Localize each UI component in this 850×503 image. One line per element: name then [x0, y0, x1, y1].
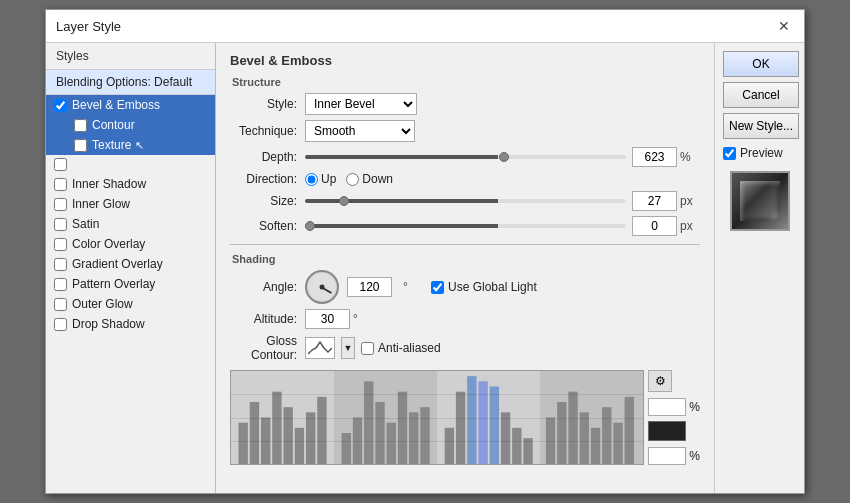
sidebar-item-outer-glow[interactable]: Outer Glow	[46, 294, 215, 314]
sidebar-item-pattern-overlay[interactable]: Pattern Overlay	[46, 274, 215, 294]
color-overlay-checkbox[interactable]	[54, 238, 67, 251]
angle-unit: °	[403, 280, 423, 294]
bevel-emboss-checkbox[interactable]	[54, 99, 67, 112]
buttons-panel: OK Cancel New Style... Preview	[714, 43, 804, 493]
soften-input[interactable]	[632, 216, 677, 236]
sidebar-item-inner-shadow[interactable]: Inner Shadow	[46, 174, 215, 194]
styles-label: Styles	[46, 43, 215, 70]
preview-checkbox[interactable]	[723, 147, 736, 160]
angle-row: Angle: ° Use Global Light	[230, 270, 700, 304]
depth-slider-container: %	[305, 147, 700, 167]
gloss-contour-row: Gloss Contour: ▼ Anti-aliased	[230, 334, 700, 362]
pct1-row: %	[648, 398, 700, 416]
satin-checkbox[interactable]	[54, 218, 67, 231]
gradient-overlay-checkbox[interactable]	[54, 258, 67, 271]
main-content: Bevel & Emboss Structure Style: Inner Be…	[216, 43, 714, 493]
pct1-input[interactable]	[648, 398, 686, 416]
sidebar-item-texture[interactable]: Texture ↖	[46, 135, 215, 155]
grid-line-2	[231, 418, 643, 419]
gear-button[interactable]: ⚙	[648, 370, 672, 392]
chart-right-controls: ⚙ % %	[648, 370, 700, 465]
empty-checkbox[interactable]	[54, 158, 67, 171]
color-swatch[interactable]	[648, 421, 686, 441]
size-input[interactable]	[632, 191, 677, 211]
angle-input[interactable]	[347, 277, 392, 297]
angle-dial[interactable]	[305, 270, 339, 304]
global-light-checkbox[interactable]	[431, 281, 444, 294]
soften-label: Soften:	[230, 219, 305, 233]
drop-shadow-label: Drop Shadow	[72, 317, 145, 331]
contour-preview[interactable]	[305, 337, 335, 359]
style-label: Style:	[230, 97, 305, 111]
sidebar-item-empty[interactable]	[46, 155, 215, 174]
pattern-overlay-checkbox[interactable]	[54, 278, 67, 291]
direction-down-text: Down	[362, 172, 393, 186]
chart-canvas	[230, 370, 644, 465]
direction-down-label[interactable]: Down	[346, 172, 393, 186]
size-unit: px	[680, 194, 700, 208]
inner-shadow-checkbox[interactable]	[54, 178, 67, 191]
angle-label: Angle:	[230, 280, 305, 294]
direction-row: Direction: Up Down	[230, 172, 700, 186]
size-slider-container: px	[305, 191, 700, 211]
direction-radio-group: Up Down	[305, 172, 393, 186]
cancel-button[interactable]: Cancel	[723, 82, 799, 108]
direction-up-label[interactable]: Up	[305, 172, 336, 186]
inner-glow-checkbox[interactable]	[54, 198, 67, 211]
shading-label: Shading	[230, 253, 700, 265]
sidebar-item-bevel-emboss[interactable]: Bevel & Emboss	[46, 95, 215, 115]
soften-slider[interactable]	[305, 224, 626, 228]
chart-area: ⚙ % %	[230, 370, 700, 465]
gloss-contour-label: Gloss Contour:	[230, 334, 305, 362]
new-style-button[interactable]: New Style...	[723, 113, 799, 139]
sidebar-item-satin[interactable]: Satin	[46, 214, 215, 234]
depth-input[interactable]	[632, 147, 677, 167]
sidebar-item-inner-glow[interactable]: Inner Glow	[46, 194, 215, 214]
anti-aliased-text: Anti-aliased	[378, 341, 441, 355]
gloss-contour-area: ▼ Anti-aliased	[305, 337, 441, 359]
size-slider[interactable]	[305, 199, 626, 203]
drop-shadow-checkbox[interactable]	[54, 318, 67, 331]
contour-checkbox[interactable]	[74, 119, 87, 132]
contour-preview-svg	[308, 340, 332, 356]
anti-aliased-checkbox[interactable]	[361, 342, 374, 355]
size-row: Size: px	[230, 191, 700, 211]
sidebar-item-color-overlay[interactable]: Color Overlay	[46, 234, 215, 254]
contour-label: Contour	[92, 118, 135, 132]
color-overlay-label: Color Overlay	[72, 237, 145, 251]
close-button[interactable]: ✕	[774, 16, 794, 36]
depth-slider[interactable]	[305, 155, 626, 159]
blend-options-item[interactable]: Blending Options: Default	[46, 70, 215, 95]
contour-arrow-button[interactable]: ▼	[341, 337, 355, 359]
preview-thumbnail	[730, 171, 790, 231]
pct1-unit: %	[689, 400, 700, 414]
pattern-overlay-label: Pattern Overlay	[72, 277, 155, 291]
anti-aliased-label[interactable]: Anti-aliased	[361, 341, 441, 355]
depth-unit: %	[680, 150, 700, 164]
pct2-unit: %	[689, 449, 700, 463]
direction-down-radio[interactable]	[346, 173, 359, 186]
depth-row: Depth: %	[230, 147, 700, 167]
texture-label: Texture	[92, 138, 131, 152]
altitude-input[interactable]	[305, 309, 350, 329]
dialog-body: Styles Blending Options: Default Bevel &…	[46, 43, 804, 493]
sidebar-item-gradient-overlay[interactable]: Gradient Overlay	[46, 254, 215, 274]
technique-select[interactable]: Smooth Chisel Hard Chisel Soft	[305, 120, 415, 142]
angle-dial-line	[321, 286, 332, 294]
sidebar-item-contour[interactable]: Contour	[46, 115, 215, 135]
sidebar-item-drop-shadow[interactable]: Drop Shadow	[46, 314, 215, 334]
left-panel: Styles Blending Options: Default Bevel &…	[46, 43, 216, 493]
direction-up-text: Up	[321, 172, 336, 186]
outer-glow-checkbox[interactable]	[54, 298, 67, 311]
direction-up-radio[interactable]	[305, 173, 318, 186]
technique-label: Technique:	[230, 124, 305, 138]
pct2-row: %	[648, 447, 700, 465]
ok-button[interactable]: OK	[723, 51, 799, 77]
style-select[interactable]: Inner Bevel Outer Bevel Emboss Pillow Em…	[305, 93, 417, 115]
size-label: Size:	[230, 194, 305, 208]
satin-label: Satin	[72, 217, 99, 231]
soften-slider-container: px	[305, 216, 700, 236]
style-row: Style: Inner Bevel Outer Bevel Emboss Pi…	[230, 93, 700, 115]
texture-checkbox[interactable]	[74, 139, 87, 152]
pct2-input[interactable]	[648, 447, 686, 465]
